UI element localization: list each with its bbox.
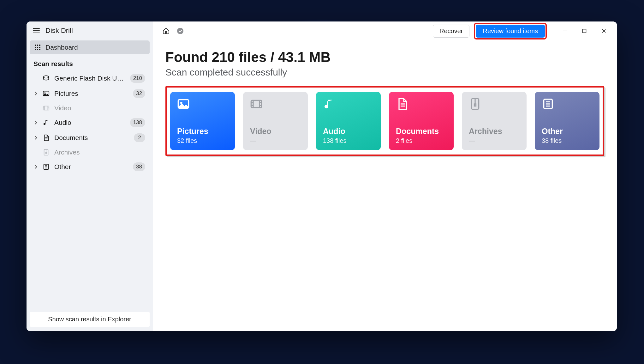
main-content: Recover Review found items [153, 21, 617, 331]
results-heading: Found 210 files / 43.1 MB Scan completed… [165, 40, 604, 78]
close-button[interactable] [594, 22, 614, 40]
sidebar-item-documents[interactable]: Documents2 [30, 130, 150, 145]
card-title: Other [542, 127, 593, 136]
svg-rect-37 [474, 104, 476, 106]
card-subtitle: — [469, 137, 520, 144]
results-subtitle: Scan completed successfully [165, 67, 604, 78]
app-window: Disk Drill Dashboard Scan results Generi… [27, 21, 617, 331]
count-badge: 32 [133, 89, 145, 98]
card-title: Pictures [177, 127, 228, 136]
sidebar-item-video[interactable]: Video [30, 101, 150, 115]
count-badge: 138 [130, 118, 145, 127]
sidebar-item-pictures[interactable]: Pictures32 [30, 86, 150, 101]
svg-rect-3 [43, 106, 49, 110]
card-subtitle: 2 files [396, 137, 447, 144]
status-check-icon [177, 27, 184, 34]
category-card-audio[interactable]: Audio138 files [316, 92, 381, 150]
chevron-right-icon [33, 121, 38, 124]
svg-point-19 [177, 28, 183, 34]
titlebar: Recover Review found items [153, 21, 617, 40]
sidebar-item-label: Pictures [54, 90, 128, 97]
audio-icon [323, 98, 336, 111]
sidebar-item-label: Video [54, 104, 145, 112]
card-title: Documents [396, 127, 447, 136]
card-subtitle: — [250, 137, 301, 144]
documents-icon [42, 134, 50, 142]
card-title: Audio [323, 127, 374, 136]
results-title: Found 210 files / 43.1 MB [165, 49, 604, 65]
category-cards-row: Pictures32 filesVideo—Audio138 filesDocu… [170, 92, 599, 150]
highlight-annotation: Review found items [474, 23, 547, 39]
category-card-video[interactable]: Video— [243, 92, 308, 150]
category-card-archives[interactable]: Archives— [462, 92, 527, 150]
documents-icon [396, 98, 409, 111]
home-icon[interactable] [162, 27, 170, 35]
app-title: Disk Drill [45, 27, 73, 35]
video-icon [42, 104, 50, 112]
audio-icon [42, 119, 50, 126]
svg-point-25 [180, 102, 182, 104]
dashboard-icon [35, 45, 40, 50]
chevron-right-icon [33, 136, 38, 139]
sidebar-section-label: Scan results [30, 54, 150, 71]
sidebar-item-label: Audio [54, 119, 126, 126]
category-card-pictures[interactable]: Pictures32 files [170, 92, 235, 150]
sidebar-item-drive[interactable]: Generic Flash Disk USB...210 [30, 71, 150, 86]
pictures-icon [42, 90, 50, 97]
svg-rect-14 [46, 152, 47, 154]
sidebar-item-label: Documents [54, 134, 129, 142]
sidebar-item-label: Generic Flash Disk USB... [54, 75, 126, 82]
count-badge: 210 [130, 74, 145, 83]
sidebar-item-archives[interactable]: Archives [30, 145, 150, 159]
chevron-right-icon [33, 166, 38, 168]
sidebar-footer: Show scan results in Explorer [27, 312, 153, 328]
chevron-right-icon [33, 92, 38, 95]
svg-point-0 [44, 76, 49, 78]
sidebar-item-dashboard[interactable]: Dashboard [30, 40, 150, 54]
other-icon [42, 163, 50, 171]
other-icon [542, 98, 555, 111]
archives-icon [469, 98, 482, 111]
card-subtitle: 38 files [542, 137, 593, 144]
sidebar-item-audio[interactable]: Audio138 [30, 115, 150, 130]
count-badge: 2 [134, 133, 145, 142]
count-badge: 38 [133, 162, 145, 171]
sidebar-item-label: Archives [54, 149, 145, 156]
category-card-other[interactable]: Other38 files [535, 92, 599, 150]
sidebar-header: Disk Drill [27, 25, 153, 40]
category-card-documents[interactable]: Documents2 files [389, 92, 454, 150]
review-found-items-button[interactable]: Review found items [476, 25, 545, 38]
sidebar-item-label: Dashboard [45, 44, 78, 51]
recover-button[interactable]: Recover [433, 25, 469, 38]
hamburger-icon[interactable] [33, 28, 40, 33]
pictures-icon [177, 98, 190, 111]
window-controls [555, 22, 614, 40]
card-subtitle: 32 files [177, 137, 228, 144]
sidebar: Disk Drill Dashboard Scan results Generi… [27, 21, 153, 331]
card-title: Archives [469, 127, 520, 136]
show-in-explorer-button[interactable]: Show scan results in Explorer [30, 312, 150, 327]
archives-icon [42, 149, 50, 156]
minimize-button[interactable] [555, 22, 575, 40]
svg-rect-21 [583, 29, 586, 33]
svg-rect-26 [251, 100, 261, 107]
sidebar-item-label: Other [54, 163, 128, 171]
maximize-button[interactable] [575, 22, 594, 40]
card-title: Video [250, 127, 301, 136]
drive-icon [42, 75, 50, 82]
card-subtitle: 138 files [323, 137, 374, 144]
highlight-annotation-cards: Pictures32 filesVideo—Audio138 filesDocu… [165, 86, 604, 156]
video-icon [250, 98, 263, 111]
sidebar-nav: Dashboard Scan results Generic Flash Dis… [27, 40, 153, 312]
sidebar-item-other[interactable]: Other38 [30, 159, 150, 174]
